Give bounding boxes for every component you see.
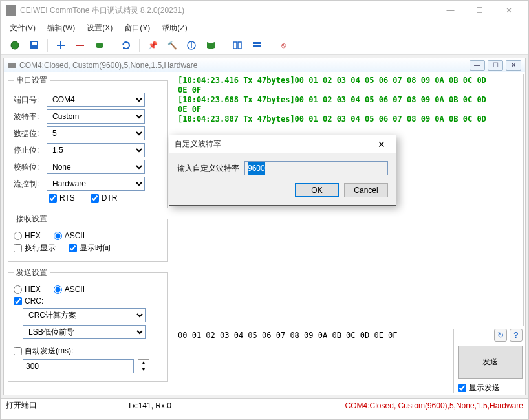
hammer-icon[interactable]: 🔨 [163, 38, 181, 53]
crc-checkbox[interactable]: CRC: [14, 296, 162, 305]
plus-icon[interactable] [52, 38, 70, 53]
titlebar: CEIWEI CommTone 串口调试精灵 8.2.0(20231) — ☐ … [1, 1, 528, 20]
svg-rect-8 [233, 42, 237, 49]
recv-ascii-radio[interactable]: ASCII [54, 231, 85, 240]
book-icon[interactable] [202, 38, 220, 53]
databits-select[interactable]: 5 [47, 126, 145, 140]
data-label: 数据位: [14, 128, 43, 139]
minimize-button[interactable]: — [436, 1, 465, 19]
svg-rect-9 [238, 42, 241, 49]
split-icon[interactable] [228, 38, 246, 53]
interval-input[interactable] [23, 359, 134, 373]
baud-label: 波特率: [14, 111, 43, 122]
wrap-checkbox[interactable]: 换行显示 [14, 243, 56, 254]
help-icon[interactable]: ? [510, 329, 523, 342]
child-titlebar: COM4:Closed, Custom(9600),5,None,1.5,Har… [4, 58, 525, 72]
statusbar: 打开端口 Tx:141, Rx:0 COM4:Closed, Custom(96… [1, 398, 528, 412]
send-ascii-radio[interactable]: ASCII [54, 285, 85, 294]
custom-baud-dialog: 自定义波特率 ✕ 输入自定义波特率 9600 OK Cancel [169, 135, 396, 206]
send-hex-radio[interactable]: HEX [14, 285, 41, 294]
parity-label: 校验位: [14, 162, 43, 173]
start-icon[interactable] [91, 38, 109, 53]
child-minimize[interactable]: — [470, 60, 485, 71]
dialog-label: 输入自定义波特率 [177, 163, 239, 174]
child-maximize[interactable]: ☐ [488, 60, 503, 71]
svg-text:i: i [190, 41, 192, 50]
child-title-text: COM4:Closed, Custom(9600),5,None,1.5,Har… [19, 61, 467, 70]
baud-input[interactable]: 9600 [244, 161, 388, 175]
interval-down[interactable]: ▼ [138, 366, 149, 373]
stopbits-select[interactable]: 1.5 [47, 143, 145, 157]
svg-rect-10 [253, 42, 261, 44]
app-icon [6, 5, 16, 16]
serial-legend: 串口设置 [14, 75, 50, 86]
menubar: 文件(V) 编辑(W) 设置(X) 窗口(Y) 帮助(Z) [1, 20, 528, 36]
dialog-close-icon[interactable]: ✕ [372, 139, 391, 149]
svg-rect-12 [8, 63, 16, 68]
exit-icon[interactable]: ⎋ [274, 38, 292, 53]
menu-file[interactable]: 文件(V) [5, 21, 41, 35]
child-close[interactable]: ✕ [506, 60, 521, 71]
recv-hex-radio[interactable]: HEX [14, 231, 41, 240]
reload-icon[interactable]: ↻ [494, 329, 507, 342]
parity-select[interactable]: None [47, 160, 145, 174]
svg-rect-4 [76, 45, 84, 46]
rts-checkbox[interactable]: RTS [49, 193, 75, 203]
status-txrx: Tx:141, Rx:0 [127, 401, 171, 410]
dialog-title: 自定义波特率 [175, 138, 372, 149]
pin-icon[interactable]: 📌 [144, 38, 162, 53]
svg-rect-5 [96, 43, 103, 48]
recv-settings: 接收设置 HEX ASCII 换行显示 显示时间 [8, 214, 168, 262]
menu-window[interactable]: 窗口(Y) [119, 21, 155, 35]
window-title: CEIWEI CommTone 串口调试精灵 8.2.0(20231) [20, 5, 436, 16]
list-icon[interactable] [248, 38, 266, 53]
send-input[interactable]: 00 01 02 03 04 05 06 07 08 09 0A 0B 0C 0… [175, 329, 454, 393]
info-icon[interactable]: i [182, 38, 200, 53]
maximize-button[interactable]: ☐ [465, 1, 494, 19]
save-icon[interactable] [25, 38, 43, 53]
right-panel: [10:04:23.416 Tx 47bytes]00 01 02 03 04 … [172, 72, 525, 395]
svg-rect-11 [253, 45, 261, 47]
send-button[interactable]: 发送 [458, 346, 523, 379]
interval-up[interactable]: ▲ [138, 360, 149, 366]
status-open: 打开端口 [6, 400, 37, 411]
menu-edit[interactable]: 编辑(W) [42, 21, 80, 35]
port-select[interactable]: COM4 [47, 93, 145, 107]
flow-select[interactable]: Hardware [47, 177, 145, 191]
crc-scheme-select[interactable]: CRC计算方案 [23, 308, 146, 322]
port-label: 端口号: [14, 94, 43, 105]
serial-settings: 串口设置 端口号:COM4 波特率:Custom 数据位:5 停止位:1.5 校… [8, 75, 168, 208]
recv-legend: 接收设置 [14, 214, 50, 225]
baud-select[interactable]: Custom [47, 109, 145, 124]
port-icon [8, 61, 17, 70]
svg-rect-3 [32, 42, 37, 45]
minus-icon[interactable] [71, 38, 89, 53]
send-settings: 发送设置 HEX ASCII CRC: CRC计算方案 LSB低位前导 自动发送… [8, 267, 168, 382]
settings-panel: 串口设置 端口号:COM4 波特率:Custom 数据位:5 停止位:1.5 校… [4, 72, 172, 395]
dtr-checkbox[interactable]: DTR [91, 193, 118, 203]
autosend-checkbox[interactable]: 自动发送(ms): [14, 346, 162, 357]
close-button[interactable]: ✕ [494, 1, 523, 19]
child-window: COM4:Closed, Custom(9600),5,None,1.5,Har… [3, 58, 526, 395]
refresh-icon[interactable] [117, 38, 135, 53]
toolbar: 📌 🔨 i ⎋ [1, 36, 528, 55]
stop-label: 停止位: [14, 145, 43, 156]
cancel-button[interactable]: Cancel [344, 183, 388, 197]
menu-help[interactable]: 帮助(Z) [157, 21, 192, 35]
showtime-checkbox[interactable]: 显示时间 [69, 243, 111, 254]
flow-label: 流控制: [14, 179, 43, 190]
ok-button[interactable]: OK [295, 183, 339, 197]
menu-settings[interactable]: 设置(X) [81, 21, 118, 35]
globe-icon[interactable] [6, 38, 24, 53]
send-legend: 发送设置 [14, 267, 50, 278]
status-connection: COM4:Closed, Custom(9600),5,None,1.5,Har… [345, 401, 523, 410]
lsb-select[interactable]: LSB低位前导 [23, 325, 146, 339]
show-send-checkbox[interactable]: 显示发送 [458, 382, 523, 393]
